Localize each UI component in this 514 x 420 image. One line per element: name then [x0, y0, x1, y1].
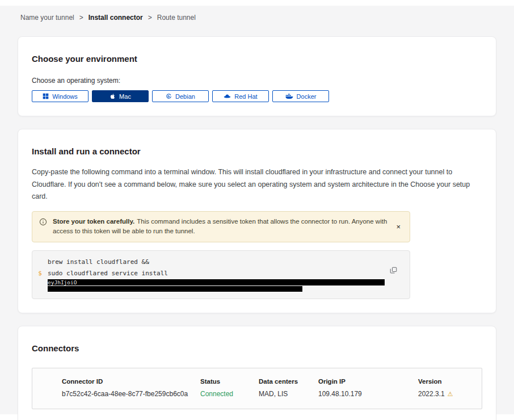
- breadcrumb-separator: >: [148, 14, 152, 22]
- install-command-code-block: brew install cloudflared && $ sudo cloud…: [32, 250, 410, 299]
- os-select-label: Choose an operating system:: [32, 77, 482, 85]
- os-button-redhat[interactable]: Red Hat: [212, 90, 269, 102]
- environment-card: Choose your environment Choose an operat…: [18, 36, 496, 116]
- col-header-version: Version: [418, 378, 482, 385]
- copy-icon[interactable]: [389, 266, 398, 277]
- os-button-windows[interactable]: Windows: [32, 90, 89, 102]
- connectors-card-title: Connectors: [32, 343, 482, 353]
- col-header-status: Status: [200, 378, 259, 385]
- install-card: Install and run a connector Copy-paste t…: [18, 129, 496, 313]
- os-button-label: Mac: [119, 93, 131, 100]
- breadcrumb-step-route-tunnel[interactable]: Route tunnel: [157, 14, 196, 22]
- debian-icon: [166, 93, 172, 99]
- os-button-label: Red Hat: [234, 93, 257, 100]
- close-icon[interactable]: ×: [394, 222, 403, 232]
- connectors-card: Connectors Connector ID Status Data cent…: [18, 326, 496, 420]
- install-card-title: Install and run a connector: [32, 146, 482, 156]
- warning-title: Store your token carefully.: [53, 218, 134, 225]
- redacted-token-bar: [48, 286, 302, 292]
- cell-origin-ip: 109.48.10.179: [318, 390, 418, 398]
- os-button-mac[interactable]: Mac: [92, 90, 149, 102]
- breadcrumb-step-install-connector[interactable]: Install connector: [89, 14, 143, 22]
- install-description: Copy-paste the following command into a …: [32, 166, 482, 203]
- windows-icon: [43, 93, 49, 99]
- token-warning-banner: Store your token carefully.This command …: [32, 211, 410, 243]
- col-header-origin-ip: Origin IP: [318, 378, 418, 385]
- version-warning-icon: ⚠: [448, 391, 453, 397]
- os-button-debian[interactable]: Debian: [152, 90, 209, 102]
- code-line-2: sudo cloudflared service install: [48, 268, 168, 279]
- cell-version: 2022.3.1 ⚠: [418, 390, 482, 398]
- main-content: Name your tunnel > Install connector > R…: [0, 6, 514, 414]
- os-button-label: Windows: [52, 93, 78, 100]
- os-button-label: Debian: [175, 93, 195, 100]
- shell-prompt-empty: [32, 257, 48, 268]
- connectors-table-grid: Connector ID Status Data centers Origin …: [32, 368, 482, 409]
- cell-status: Connected: [200, 390, 259, 398]
- col-header-connector-id: Connector ID: [32, 378, 200, 385]
- breadcrumb: Name your tunnel > Install connector > R…: [0, 6, 514, 22]
- col-header-data-centers: Data centers: [259, 378, 318, 385]
- os-button-group: Windows Mac Debian Red Hat: [32, 90, 482, 102]
- token-prefix: eyJhIjoiO: [48, 279, 77, 285]
- code-line-1: brew install cloudflared &&: [48, 257, 149, 268]
- docker-icon: [285, 93, 293, 99]
- breadcrumb-step-name-your-tunnel[interactable]: Name your tunnel: [20, 14, 74, 22]
- code-line: $ sudo cloudflared service install: [32, 268, 410, 279]
- redhat-icon: [224, 93, 231, 99]
- cell-data-centers: MAD, LIS: [259, 390, 318, 398]
- info-icon: [39, 218, 47, 229]
- shell-prompt: $: [32, 268, 48, 279]
- version-text: 2022.3.1: [418, 390, 445, 398]
- code-line: brew install cloudflared &&: [32, 257, 410, 268]
- connectors-table: Connector ID Status Data centers Origin …: [32, 368, 482, 409]
- os-button-label: Docker: [297, 93, 317, 100]
- environment-card-title: Choose your environment: [32, 54, 482, 64]
- breadcrumb-separator: >: [79, 14, 83, 22]
- os-button-docker[interactable]: Docker: [272, 90, 329, 102]
- apple-icon: [109, 93, 116, 100]
- cell-connector-id: b7c52c42-6caa-48ee-8c77-fbe259cb6c0a: [32, 390, 200, 398]
- redacted-token-bar: eyJhIjoiO: [48, 279, 385, 285]
- warning-text: Store your token carefully.This command …: [53, 217, 388, 237]
